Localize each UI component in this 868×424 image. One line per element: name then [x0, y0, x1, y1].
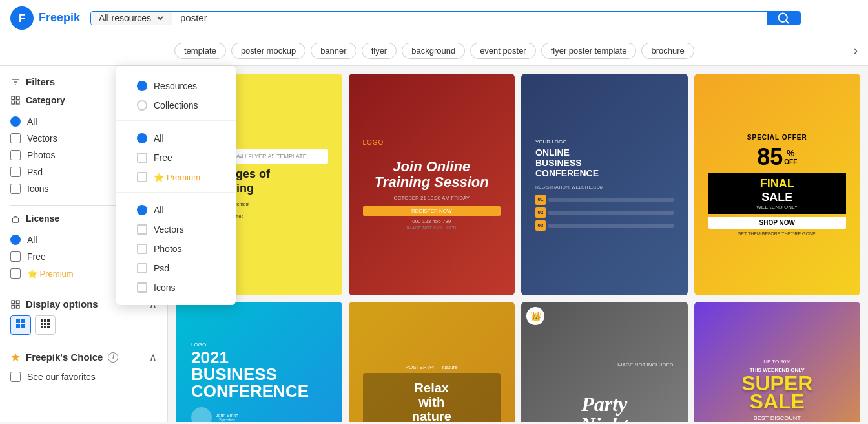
card-7[interactable]: IMAGE NOT INCLUDED PartyNight +18 EVENT … — [521, 302, 688, 422]
dropdown-all2[interactable]: All — [127, 200, 225, 220]
dropdown-collections[interactable]: Collections — [127, 96, 225, 115]
card-2[interactable]: LOGO Join OnlineTraining Session OCTOBER… — [349, 74, 515, 295]
dropdown-all1-radio — [137, 133, 147, 143]
display-options-title: Display options — [10, 299, 98, 310]
view-buttons — [10, 315, 157, 335]
dropdown-all2-label: All — [154, 205, 164, 215]
svg-rect-20 — [41, 319, 43, 322]
svg-text:F: F — [19, 12, 25, 24]
dropdown-psd-label: Psd — [154, 263, 169, 273]
grid-large-btn[interactable] — [10, 315, 31, 335]
card-3-content: YOUR LOGO ONLINEBUSINESSCONFERENCE REGIS… — [521, 74, 688, 295]
filter-vectors-label: Vectors — [27, 133, 57, 143]
tag-poster-mockup[interactable]: poster mockup — [231, 43, 305, 59]
filters-label: Filters — [26, 76, 55, 87]
dropdown-free-label: Free — [154, 153, 172, 163]
license-premium-label: ⭐ Premium — [27, 269, 74, 279]
tag-background[interactable]: background — [402, 43, 465, 59]
card-5-content: LOGO 2021BUSINESSCONFERENCE John SmithSp… — [176, 302, 342, 422]
tags-row: template poster mockup banner flyer back… — [0, 36, 868, 66]
svg-rect-17 — [21, 319, 25, 323]
tag-banner[interactable]: banner — [311, 43, 356, 59]
dropdown-psd[interactable]: Psd — [127, 259, 225, 278]
dropdown-free[interactable]: Free — [127, 148, 225, 167]
header: F Freepik All resources — [0, 0, 868, 36]
main-layout: Filters Category All Vectors Photos Psd … — [0, 66, 868, 422]
svg-line-3 — [786, 20, 789, 23]
dropdown-photos-label: Photos — [154, 244, 182, 254]
card-6[interactable]: POSTER A4 — Nature Relaxwithnature Lorem… — [349, 302, 515, 422]
dropdown-all1-label: All — [154, 133, 164, 143]
svg-rect-21 — [44, 319, 46, 322]
see-favorites-label: See our favorites — [27, 372, 96, 382]
search-button[interactable] — [767, 12, 800, 25]
dropdown-free-check — [137, 153, 147, 163]
dropdown-section-2: All Free ⭐ Premium — [116, 123, 236, 189]
search-input[interactable] — [172, 12, 767, 25]
dropdown-resources-label: Resources — [154, 81, 197, 91]
tag-template[interactable]: template — [174, 43, 226, 59]
resource-dropdown-overlay: Resources Collections All Free ⭐ Premium — [116, 66, 236, 305]
dropdown-vectors[interactable]: Vectors — [127, 220, 225, 239]
freepik-choice-info[interactable]: i — [108, 352, 118, 363]
license-premium-checkbox[interactable] — [10, 268, 21, 279]
dropdown-collections-radio — [137, 100, 147, 111]
cards-grid: POSTER A4 / FLYER A5 TEMPLATE Advantages… — [176, 74, 860, 422]
resource-select[interactable]: All resources — [91, 12, 172, 25]
see-favorites[interactable]: See our favorites — [10, 368, 157, 385]
svg-rect-8 — [16, 96, 19, 100]
dropdown-premium[interactable]: ⭐ Premium — [127, 167, 225, 187]
tag-flyer[interactable]: flyer — [362, 43, 397, 59]
svg-marker-29 — [11, 353, 19, 361]
dropdown-all1[interactable]: All — [127, 129, 225, 148]
dropdown-premium-check — [137, 172, 147, 182]
license-all-label: All — [27, 235, 37, 245]
dropdown-resources[interactable]: Resources — [127, 76, 225, 96]
svg-rect-24 — [44, 323, 46, 325]
license-free-checkbox[interactable] — [10, 251, 21, 262]
dropdown-all2-radio — [137, 205, 147, 215]
search-bar: All resources — [90, 11, 801, 25]
dropdown-collections-label: Collections — [154, 100, 198, 111]
filter-psd-label: Psd — [27, 167, 43, 177]
filter-icons-checkbox[interactable] — [10, 184, 21, 194]
svg-rect-9 — [12, 101, 15, 104]
grid-small-btn[interactable] — [35, 315, 56, 335]
logo-text: Freepik — [39, 11, 80, 25]
resource-select-label: All resources — [99, 13, 151, 23]
dropdown-icons-label: Icons — [154, 282, 175, 293]
svg-rect-19 — [21, 324, 25, 328]
dropdown-premium-label: ⭐ Premium — [154, 173, 200, 182]
card-3[interactable]: YOUR LOGO ONLINEBUSINESSCONFERENCE REGIS… — [521, 74, 688, 295]
see-favorites-checkbox[interactable] — [10, 372, 21, 382]
card-5[interactable]: LOGO 2021BUSINESSCONFERENCE John SmithSp… — [176, 302, 342, 422]
filter-photos-checkbox[interactable] — [10, 150, 21, 160]
dropdown-section-1: Resources Collections — [116, 71, 236, 118]
card-2-content: LOGO Join OnlineTraining Session OCTOBER… — [349, 74, 515, 295]
svg-rect-25 — [47, 323, 50, 325]
filter-psd-checkbox[interactable] — [10, 167, 21, 177]
card-8-content: UP TO 30% THIS WEEKEND ONLY SUPERSALE BE… — [694, 302, 861, 422]
filter-icons-label: Icons — [27, 184, 48, 194]
freepik-choice-chevron[interactable]: ∧ — [149, 351, 157, 363]
license-label: License — [26, 213, 59, 224]
card-6-content: POSTER A4 — Nature Relaxwithnature Lorem… — [349, 302, 515, 422]
tag-event-poster[interactable]: event poster — [470, 43, 536, 59]
filter-vectors-checkbox[interactable] — [10, 133, 21, 143]
dropdown-photos-check — [137, 244, 147, 254]
card-8[interactable]: UP TO 30% THIS WEEKEND ONLY SUPERSALE BE… — [694, 302, 861, 422]
svg-rect-12 — [12, 301, 15, 304]
filter-photos-label: Photos — [27, 150, 56, 160]
card-7-content: IMAGE NOT INCLUDED PartyNight +18 EVENT … — [521, 302, 688, 422]
svg-rect-18 — [16, 324, 20, 328]
svg-rect-7 — [12, 96, 15, 100]
tag-brochure[interactable]: brochure — [641, 43, 694, 59]
svg-rect-22 — [47, 319, 50, 322]
logo[interactable]: F Freepik — [10, 6, 80, 30]
dropdown-photos[interactable]: Photos — [127, 239, 225, 259]
svg-rect-13 — [16, 301, 19, 304]
card-4[interactable]: SPECIAL OFFER 85 % OFF FINAL SALE WEEKEN… — [694, 74, 861, 295]
dropdown-icons[interactable]: Icons — [127, 278, 225, 297]
tags-arrow[interactable]: › — [854, 44, 858, 58]
tag-flyer-poster-template[interactable]: flyer poster template — [541, 43, 637, 59]
